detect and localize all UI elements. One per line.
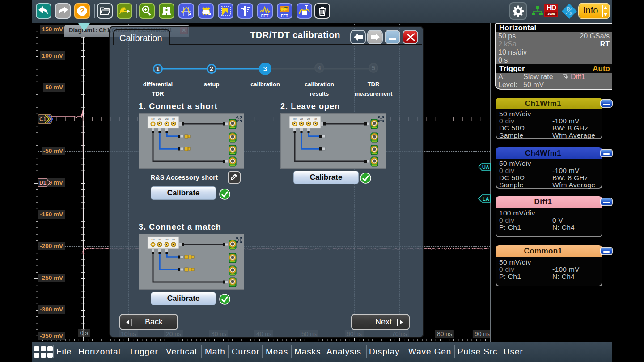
svg-text:C1: C1: [39, 116, 47, 122]
svg-text:D1: D1: [39, 180, 47, 186]
svg-text:Ref: Ref: [293, 118, 297, 120]
svg-text:FFT: FFT: [281, 13, 288, 18]
svg-text:Out: Out: [300, 118, 303, 120]
svg-text:Out: Out: [158, 118, 161, 120]
svg-text:Out: Out: [165, 239, 169, 241]
svg-text:UA: UA: [482, 164, 489, 170]
svg-text:T: T: [305, 4, 308, 10]
svg-text:Out: Out: [158, 239, 161, 241]
svg-text:?: ?: [80, 7, 84, 15]
svg-text:Ref: Ref: [151, 118, 155, 120]
svg-text:FFT: FFT: [261, 13, 269, 18]
svg-text:LA: LA: [483, 196, 489, 202]
svg-text:Out: Out: [165, 118, 169, 120]
svg-text:Out: Out: [307, 118, 310, 120]
svg-text:Ref: Ref: [172, 118, 175, 120]
svg-text:Ref: Ref: [151, 239, 155, 241]
svg-text:S: S: [569, 11, 572, 16]
svg-text:Ref: Ref: [314, 118, 317, 120]
svg-text:Ref: Ref: [172, 239, 175, 241]
